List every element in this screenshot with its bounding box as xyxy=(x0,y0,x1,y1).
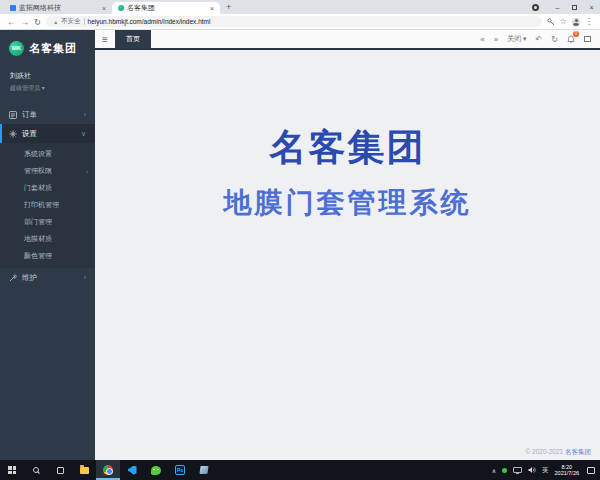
task-view-button[interactable] xyxy=(48,460,72,480)
sidebar-item-settings[interactable]: 设置 ∨ xyxy=(0,124,95,143)
copyright-text: © 2020-2021 xyxy=(526,448,564,455)
gear-icon xyxy=(9,130,17,138)
sidebar-item-department-mgmt[interactable]: 部门管理 xyxy=(0,213,95,230)
tab2-close-icon[interactable]: × xyxy=(210,5,214,12)
browser-toolbar: ← → ↻ ▲ 不安全 heiyun.hbmkjt.com/admin/Inde… xyxy=(0,14,600,30)
url-text: heiyun.hbmkjt.com/admin/Index/index.html xyxy=(88,18,211,25)
windows-taskbar: Ps ∧ 英 8:20 2021/7/26 xyxy=(0,460,600,480)
profile-avatar[interactable] xyxy=(572,18,580,26)
welcome-content: 名客集团 地膜门套管理系统 © 2020-2021 名客集团 xyxy=(95,50,600,460)
browser-tab-1[interactable]: 蓝拓网络科技 × xyxy=(4,2,112,14)
clock-date: 2021/7/26 xyxy=(555,470,579,477)
browser-tab-2[interactable]: 名客集团 × xyxy=(112,2,220,14)
hamburger-menu-icon[interactable]: ≡ xyxy=(95,30,115,48)
extension-icon[interactable] xyxy=(532,4,539,11)
tab2-favicon-icon xyxy=(118,5,124,11)
settings-submenu: 系统设置 管理权限‹ 门套材质 打印机管理 部门管理 地膜材质 颜色管理 xyxy=(0,143,95,268)
maximize-icon xyxy=(572,5,577,10)
windows-logo-icon xyxy=(8,466,16,474)
chevron-collapsed-icon: ‹ xyxy=(84,274,86,281)
sidebar-item-orders[interactable]: 订单 ‹ xyxy=(0,105,95,124)
sidebar-item-film-material[interactable]: 地膜材质 xyxy=(0,230,95,247)
chevron-collapsed-icon: ‹ xyxy=(84,111,86,118)
browser-menu-icon[interactable]: ⋮ xyxy=(585,17,593,26)
start-button[interactable] xyxy=(0,460,24,480)
folder-icon xyxy=(80,467,89,474)
taskbar-clock[interactable]: 8:20 2021/7/26 xyxy=(555,464,579,477)
tab1-title: 蓝拓网络科技 xyxy=(19,3,99,13)
maximize-button[interactable] xyxy=(566,0,583,14)
user-block: 刘跃社 超级管理员 ▾ xyxy=(0,63,95,105)
tab2-title: 名客集团 xyxy=(127,3,207,13)
user-role-dropdown[interactable]: 超级管理员 ▾ xyxy=(10,84,85,93)
file-explorer-button[interactable] xyxy=(72,460,96,480)
tray-expand-icon[interactable]: ∧ xyxy=(492,467,496,474)
chevron-collapsed-icon: ‹ xyxy=(86,168,88,174)
back-button[interactable]: ← xyxy=(7,17,16,27)
task-view-icon xyxy=(57,467,64,474)
tab1-favicon-icon xyxy=(10,5,16,11)
undo-icon[interactable]: ↶ xyxy=(536,35,543,44)
taskbar-search-button[interactable] xyxy=(24,460,48,480)
ime-indicator[interactable]: 英 xyxy=(542,466,549,475)
close-window-button[interactable]: × xyxy=(583,0,600,14)
minimize-button[interactable]: – xyxy=(549,0,566,14)
chevron-expanded-icon: ∨ xyxy=(81,130,86,138)
security-warning-icon[interactable]: ▲ xyxy=(53,19,58,25)
app-taskbar-button[interactable] xyxy=(192,460,216,480)
fullscreen-icon[interactable] xyxy=(584,36,591,42)
notification-bell[interactable]: 0 xyxy=(567,35,575,44)
password-key-icon[interactable] xyxy=(547,18,555,26)
sidebar-item-permissions[interactable]: 管理权限‹ xyxy=(0,162,95,179)
network-icon[interactable] xyxy=(513,467,522,474)
maintenance-label: 维护 xyxy=(22,273,37,283)
sidebar: MK 名客集团 刘跃社 超级管理员 ▾ 订单 ‹ 设置 ∨ 系统设置 管理权限‹… xyxy=(0,30,95,460)
orders-list-icon xyxy=(9,111,17,119)
copyright-footer: © 2020-2021 名客集团 xyxy=(526,448,592,457)
vscode-icon xyxy=(128,466,137,475)
orders-label: 订单 xyxy=(22,110,37,120)
system-tray: ∧ 英 8:20 2021/7/26 xyxy=(492,464,600,477)
sidebar-item-color-mgmt[interactable]: 颜色管理 xyxy=(0,247,95,264)
photoshop-taskbar-button[interactable]: Ps xyxy=(168,460,192,480)
address-bar[interactable]: ▲ 不安全 heiyun.hbmkjt.com/admin/Index/inde… xyxy=(46,16,542,27)
refresh-page-icon[interactable]: ↻ xyxy=(551,35,558,44)
window-controls: – × xyxy=(532,0,600,14)
security-label: 不安全 xyxy=(61,17,81,26)
reload-button[interactable]: ↻ xyxy=(34,17,41,27)
sidebar-logo[interactable]: MK 名客集团 xyxy=(0,33,95,63)
address-divider xyxy=(84,18,85,25)
tab-scroll-right-icon[interactable]: » xyxy=(494,35,498,44)
tab-scroll-left-icon[interactable]: « xyxy=(480,35,484,44)
sidebar-item-door-material[interactable]: 门套材质 xyxy=(0,179,95,196)
wechat-tray-icon[interactable] xyxy=(502,468,507,473)
header-actions: « » 关闭 ▾ ↶ ↻ 0 xyxy=(480,30,600,48)
brand-name: 名客集团 xyxy=(29,41,77,56)
user-name: 刘跃社 xyxy=(10,71,85,81)
forward-button[interactable]: → xyxy=(21,17,30,27)
main-area: ≡ 首页 « » 关闭 ▾ ↶ ↻ 0 名客集团 地膜门套管理系统 © 2020… xyxy=(95,30,600,460)
admin-header: ≡ 首页 « » 关闭 ▾ ↶ ↻ 0 xyxy=(95,30,600,50)
vscode-taskbar-button[interactable] xyxy=(120,460,144,480)
chrome-taskbar-button[interactable] xyxy=(96,460,120,480)
system-subtitle: 地膜门套管理系统 xyxy=(224,184,472,222)
app-icon xyxy=(199,466,208,474)
copyright-brand: 名客集团 xyxy=(565,448,591,455)
photoshop-icon: Ps xyxy=(175,465,185,475)
tab1-close-icon[interactable]: × xyxy=(102,5,106,12)
wechat-taskbar-button[interactable] xyxy=(144,460,168,480)
new-tab-button[interactable]: + xyxy=(226,2,231,12)
volume-icon[interactable] xyxy=(528,466,536,474)
tab-home[interactable]: 首页 xyxy=(115,30,151,48)
action-center-icon[interactable] xyxy=(587,467,595,474)
company-title: 名客集团 xyxy=(270,123,426,173)
sidebar-item-system-settings[interactable]: 系统设置 xyxy=(0,145,95,162)
sidebar-item-maintenance[interactable]: 维护 ‹ xyxy=(0,268,95,287)
sidebar-item-printer-mgmt[interactable]: 打印机管理 xyxy=(0,196,95,213)
brand-logo-icon: MK xyxy=(9,41,24,56)
browser-tabstrip: 蓝拓网络科技 × 名客集团 × + – × xyxy=(0,0,600,14)
close-tabs-dropdown[interactable]: 关闭 ▾ xyxy=(507,34,526,44)
admin-app: MK 名客集团 刘跃社 超级管理员 ▾ 订单 ‹ 设置 ∨ 系统设置 管理权限‹… xyxy=(0,30,600,460)
bookmark-star-icon[interactable]: ☆ xyxy=(560,17,567,26)
wrench-icon xyxy=(9,274,17,282)
